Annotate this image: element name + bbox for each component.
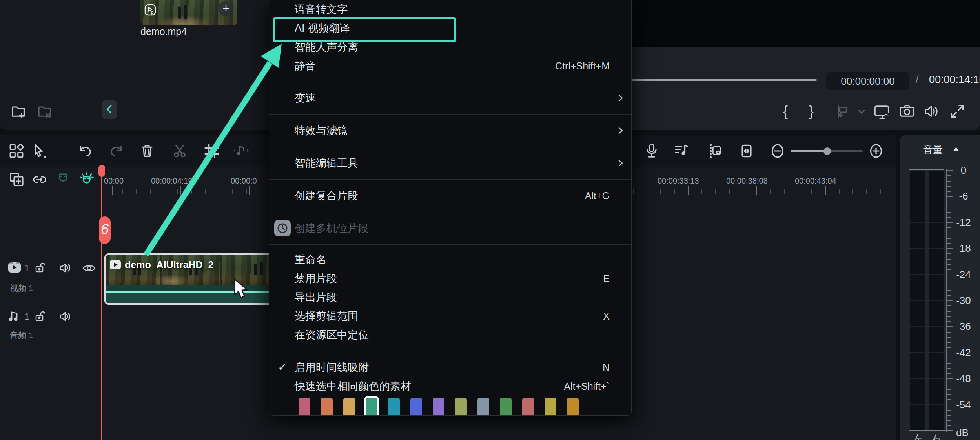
audio-stretch-icon[interactable] bbox=[233, 142, 250, 160]
redo-icon[interactable] bbox=[107, 142, 125, 160]
db-scale-tick bbox=[947, 394, 951, 395]
menu-item[interactable]: 静音Ctrl+Shift+M bbox=[269, 56, 631, 75]
thumbnail-figure bbox=[178, 7, 181, 19]
db-scale-tick bbox=[947, 191, 951, 192]
menu-item[interactable]: 变速 bbox=[269, 82, 631, 114]
menu-item-shortcut: Ctrl+Shift+M bbox=[555, 56, 610, 75]
db-scale-tick bbox=[947, 363, 951, 364]
menu-item[interactable]: 智能编辑工具 bbox=[269, 147, 631, 179]
menu-item[interactable]: 特效与滤镜 bbox=[269, 115, 631, 147]
ruler-tick bbox=[232, 189, 233, 194]
meter-bar-left bbox=[910, 171, 925, 431]
video-track-unlock-icon[interactable] bbox=[34, 261, 48, 275]
db-scale-tick bbox=[947, 373, 951, 374]
color-swatch[interactable] bbox=[388, 398, 400, 416]
playhead-handle[interactable] bbox=[98, 165, 105, 177]
playhead-line[interactable] bbox=[101, 166, 102, 440]
delete-icon[interactable] bbox=[138, 142, 156, 160]
zoom-out-icon[interactable] bbox=[769, 142, 786, 160]
meter-top-line bbox=[909, 169, 944, 170]
audio-track-mute-icon[interactable] bbox=[58, 309, 73, 324]
collapse-panel-button[interactable] bbox=[102, 100, 117, 119]
menu-item[interactable]: 禁用片段E bbox=[269, 269, 631, 288]
speaker-icon[interactable] bbox=[923, 103, 940, 120]
collapse-meter-icon[interactable] bbox=[953, 147, 959, 151]
db-scale-tick bbox=[947, 181, 951, 182]
color-swatch[interactable] bbox=[410, 398, 422, 416]
color-swatch[interactable] bbox=[433, 398, 444, 416]
highlight-annotation-box bbox=[273, 17, 456, 42]
db-scale-tick bbox=[947, 217, 951, 218]
color-swatch[interactable] bbox=[455, 398, 467, 416]
db-scale-label: -42 bbox=[951, 347, 976, 359]
monitor-icon[interactable] bbox=[873, 103, 891, 121]
color-swatch[interactable] bbox=[343, 398, 355, 416]
menu-item-shortcut: Alt+Shift+` bbox=[564, 377, 610, 396]
color-swatch[interactable] bbox=[477, 398, 489, 416]
menu-item[interactable]: 在资源区中定位 bbox=[269, 325, 631, 344]
menu-group: 变速 bbox=[269, 82, 631, 114]
audio-track-icon bbox=[7, 310, 21, 322]
add-media-button[interactable]: + bbox=[218, 1, 234, 16]
media-layout-icon[interactable] bbox=[8, 142, 25, 160]
video-track-mute-icon[interactable] bbox=[58, 261, 73, 275]
snapshot-icon[interactable] bbox=[898, 103, 916, 120]
zoom-slider-handle[interactable] bbox=[823, 147, 831, 155]
db-scale-tick bbox=[947, 275, 953, 275]
color-swatch[interactable] bbox=[522, 398, 534, 416]
fullscreen-icon[interactable] bbox=[949, 103, 966, 120]
menu-item[interactable]: 导出片段 bbox=[269, 288, 631, 307]
color-swatch[interactable] bbox=[500, 398, 512, 416]
select-tool-icon[interactable] bbox=[31, 142, 48, 160]
color-swatch[interactable] bbox=[321, 398, 333, 416]
snap-on-icon[interactable] bbox=[78, 171, 95, 188]
menu-item-label: 重命名 bbox=[295, 254, 326, 265]
crop-icon[interactable] bbox=[203, 142, 220, 160]
snap-off-icon[interactable] bbox=[55, 171, 71, 188]
mark-in-brace-button[interactable]: { bbox=[783, 104, 788, 118]
mark-out-brace-button[interactable]: } bbox=[809, 104, 814, 118]
new-folder-icon[interactable] bbox=[10, 103, 28, 120]
menu-item[interactable]: 选择剪辑范围X bbox=[269, 307, 631, 325]
timeline-zoom-slider[interactable] bbox=[791, 150, 863, 152]
color-swatch[interactable] bbox=[299, 398, 310, 416]
video-track-visibility-icon[interactable] bbox=[82, 262, 97, 275]
current-timecode[interactable]: 00:00:00:00 bbox=[826, 72, 909, 90]
db-scale-tick bbox=[947, 347, 951, 348]
record-voiceover-icon[interactable] bbox=[643, 142, 660, 160]
video-track-count: 1 bbox=[24, 263, 29, 274]
menu-item[interactable]: ✓启用时间线吸附N bbox=[269, 358, 631, 377]
color-swatch[interactable] bbox=[366, 398, 377, 416]
split-scissors-icon[interactable] bbox=[171, 142, 188, 160]
color-swatch-row bbox=[269, 397, 631, 416]
chevron-down-icon[interactable] bbox=[854, 106, 869, 118]
color-swatch[interactable] bbox=[567, 398, 579, 416]
menu-item[interactable]: 重命名 bbox=[269, 250, 631, 269]
zoom-in-icon[interactable] bbox=[867, 142, 885, 160]
ruler-timecode-label: 00:00:33:13 bbox=[658, 176, 699, 187]
db-scale-tick bbox=[947, 399, 951, 400]
mark-in-icon[interactable] bbox=[832, 104, 850, 121]
duplicate-icon[interactable] bbox=[9, 171, 25, 188]
menu-item[interactable]: 快速选中相同颜色的素材Alt+Shift+` bbox=[269, 377, 631, 396]
db-scale-tick bbox=[947, 342, 951, 343]
ruler-timecode-label: 00:00:0 bbox=[231, 176, 257, 187]
db-scale-tick bbox=[947, 353, 953, 353]
ruler-tick bbox=[894, 186, 894, 195]
menu-group: 特效与滤镜 bbox=[269, 114, 631, 147]
menu-item[interactable]: 创建复合片段Alt+G bbox=[269, 180, 631, 212]
ruler-tick bbox=[260, 189, 260, 194]
fit-timeline-icon[interactable] bbox=[738, 142, 755, 160]
menu-item[interactable]: 语音转文字 bbox=[269, 0, 631, 19]
audio-track-label: 音频 1 bbox=[10, 330, 33, 341]
color-swatch[interactable] bbox=[545, 398, 556, 416]
ruler-tick bbox=[880, 189, 881, 194]
beat-detect-icon[interactable] bbox=[673, 142, 690, 160]
ruler-tick bbox=[180, 186, 181, 195]
audio-track-unlock-icon[interactable] bbox=[34, 309, 48, 324]
delete-folder-icon[interactable] bbox=[36, 103, 54, 120]
undo-icon[interactable] bbox=[77, 142, 94, 160]
keyframe-track-icon[interactable] bbox=[706, 142, 723, 160]
link-clips-icon[interactable] bbox=[31, 171, 48, 188]
db-scale-tick bbox=[947, 378, 953, 379]
